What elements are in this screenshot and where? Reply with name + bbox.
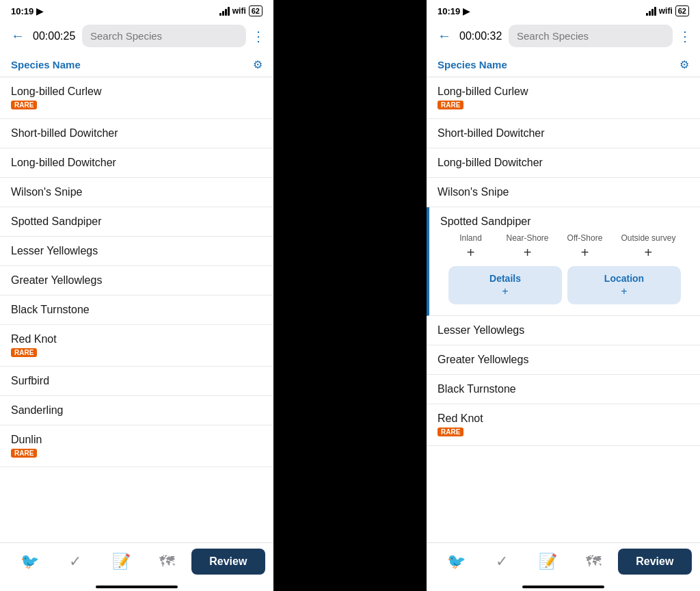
location-icon-left: ▶ xyxy=(36,6,43,16)
species-name: Long-billed Dowitcher xyxy=(438,157,689,169)
check-icon-left: ✓ xyxy=(69,553,81,570)
species-name: Greater Yellowlegs xyxy=(11,274,262,287)
check-icon-right: ✓ xyxy=(496,553,508,570)
list-item[interactable]: Short-billed Dowitcher xyxy=(0,119,273,148)
plus-icon: + xyxy=(581,246,589,259)
location-option-btn[interactable]: Off-Shore+ xyxy=(567,233,603,259)
back-button-left[interactable]: ← xyxy=(8,27,27,45)
loc-label: Near-Shore xyxy=(507,233,549,243)
more-button-left[interactable]: ⋮ xyxy=(252,28,265,44)
search-input-left[interactable] xyxy=(82,25,246,47)
filter-icon-left[interactable]: ⚙ xyxy=(253,58,262,71)
species-name: Long-billed Curlew xyxy=(11,86,262,98)
species-name: Dunlin xyxy=(11,434,262,446)
list-item[interactable]: Greater Yellowlegs xyxy=(427,345,700,375)
back-button-right[interactable]: ← xyxy=(435,27,454,45)
list-item[interactable]: Red KnotRARE xyxy=(0,325,273,367)
right-panel: 10:19 ▶ wifi 62 ← 00:00:32 ⋮ Species Nam… xyxy=(427,0,700,591)
review-button-right[interactable]: Review xyxy=(618,549,692,575)
species-name: Red Knot xyxy=(438,412,689,425)
species-name: Sanderling xyxy=(11,404,262,417)
home-indicator-right xyxy=(522,586,604,588)
tab-bird-right[interactable]: 🐦 xyxy=(435,549,478,575)
species-name: Surfbird xyxy=(11,375,262,387)
time-right: 10:19 xyxy=(438,6,460,16)
map-icon-right: 🗺 xyxy=(586,553,601,570)
filter-icon-right[interactable]: ⚙ xyxy=(679,58,689,71)
details-button[interactable]: Details+ xyxy=(448,266,562,304)
list-item[interactable]: Wilson's Snipe xyxy=(0,178,273,207)
list-item[interactable]: Long-billed Dowitcher xyxy=(0,148,273,178)
status-bar-right: 10:19 ▶ wifi 62 xyxy=(427,0,700,19)
col-title-left: Species Name xyxy=(11,59,81,70)
wifi-right: wifi xyxy=(659,6,673,16)
species-name: Long-billed Curlew xyxy=(438,86,689,98)
species-name: Wilson's Snipe xyxy=(11,186,262,198)
list-item[interactable]: Greater Yellowlegs xyxy=(0,266,273,296)
battery-left: 62 xyxy=(249,5,262,16)
review-button-left[interactable]: Review xyxy=(191,549,265,575)
location-label: Location xyxy=(604,273,644,284)
list-item[interactable]: Short-billed Dowitcher xyxy=(427,119,700,148)
species-name: Short-billed Dowitcher xyxy=(438,127,689,140)
list-item[interactable]: Long-billed Dowitcher xyxy=(427,148,700,178)
rare-badge: RARE xyxy=(11,348,37,357)
status-bar-left: 10:19 ▶ wifi 62 xyxy=(0,0,273,19)
tab-bar-left: 🐦 ✓ 📝 🗺 Review xyxy=(0,542,273,586)
list-item[interactable]: Lesser Yellowlegs xyxy=(0,237,273,266)
location-option-btn[interactable]: Near-Shore+ xyxy=(507,233,549,259)
list-item[interactable]: Wilson's Snipe xyxy=(427,178,700,207)
species-name: Long-billed Dowitcher xyxy=(11,157,262,169)
list-item[interactable]: Long-billed CurlewRARE xyxy=(427,77,700,119)
tab-map-right[interactable]: 🗺 xyxy=(572,549,615,575)
list-icon-right: 📝 xyxy=(539,553,557,570)
list-item[interactable]: Black Turnstone xyxy=(427,375,700,404)
list-item[interactable]: Red KnotRARE xyxy=(427,404,700,446)
plus-icon: + xyxy=(645,246,653,259)
tab-bird-left[interactable]: 🐦 xyxy=(8,549,51,575)
list-item[interactable]: Black Turnstone xyxy=(0,296,273,325)
bird-icon-right: 🐦 xyxy=(447,553,466,570)
search-input-right[interactable] xyxy=(509,25,673,47)
list-item[interactable]: Spotted SandpiperInland+Near-Shore+Off-S… xyxy=(427,207,700,316)
timer-left: 00:00:25 xyxy=(33,30,77,42)
species-name: Wilson's Snipe xyxy=(438,186,689,198)
map-icon-left: 🗺 xyxy=(159,553,174,570)
col-title-right: Species Name xyxy=(438,59,507,70)
more-button-right[interactable]: ⋮ xyxy=(678,28,692,44)
list-icon-left: 📝 xyxy=(112,553,131,570)
header-right: ← 00:00:32 ⋮ xyxy=(427,19,700,53)
location-option-btn[interactable]: Inland+ xyxy=(454,233,488,259)
tab-map-left[interactable]: 🗺 xyxy=(146,549,189,575)
plus-icon: + xyxy=(467,246,475,259)
home-indicator-left xyxy=(96,586,178,588)
list-item[interactable]: DunlinRARE xyxy=(0,425,273,467)
species-name: Black Turnstone xyxy=(11,304,262,316)
tab-list-right[interactable]: 📝 xyxy=(526,549,569,575)
time-left: 10:19 xyxy=(11,6,33,16)
list-item[interactable]: Sanderling xyxy=(0,396,273,425)
tab-check-right[interactable]: ✓ xyxy=(481,549,524,575)
signal-left xyxy=(219,7,230,16)
timer-right: 00:00:32 xyxy=(459,30,503,42)
species-list-right: Long-billed CurlewRAREShort-billed Dowit… xyxy=(427,77,700,542)
tab-check-left[interactable]: ✓ xyxy=(54,549,97,575)
species-name: Short-billed Dowitcher xyxy=(11,127,262,140)
divider xyxy=(273,0,427,591)
loc-label: Outside survey xyxy=(621,233,675,243)
species-list-left: Long-billed CurlewRAREShort-billed Dowit… xyxy=(0,77,273,542)
list-item[interactable]: Lesser Yellowlegs xyxy=(427,316,700,345)
details-label: Details xyxy=(489,273,521,284)
list-item[interactable]: Spotted Sandpiper xyxy=(0,207,273,237)
species-name: Lesser Yellowlegs xyxy=(438,324,689,337)
col-header-left: Species Name ⚙ xyxy=(0,53,273,77)
col-header-right: Species Name ⚙ xyxy=(427,53,700,77)
list-item[interactable]: Surfbird xyxy=(0,367,273,396)
list-item[interactable]: Long-billed CurlewRARE xyxy=(0,77,273,119)
plus-icon: + xyxy=(524,246,532,259)
location-button[interactable]: Location+ xyxy=(567,266,681,304)
rare-badge: RARE xyxy=(438,101,463,109)
tab-list-left[interactable]: 📝 xyxy=(100,549,143,575)
species-name: Greater Yellowlegs xyxy=(438,354,689,366)
location-option-btn[interactable]: Outside survey+ xyxy=(621,233,675,259)
